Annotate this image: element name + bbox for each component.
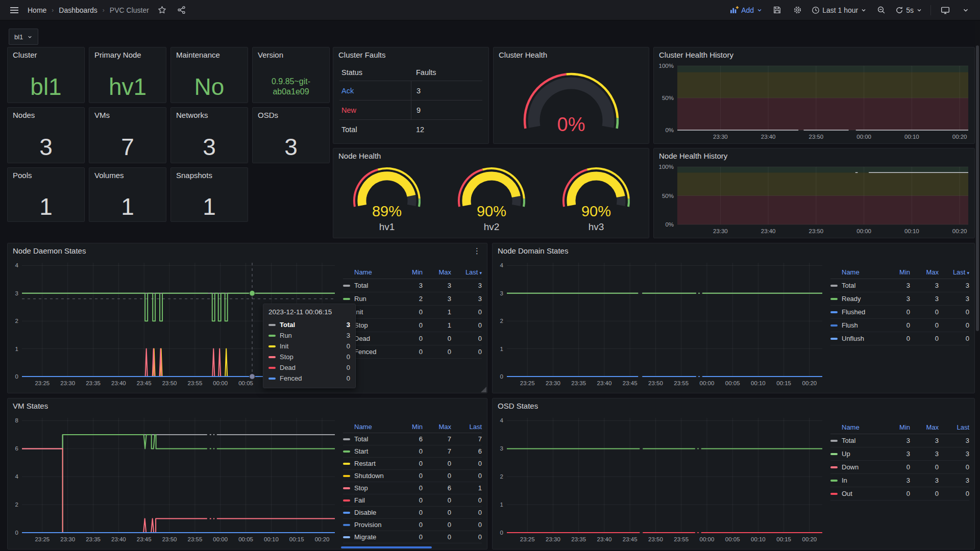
- breadcrumb-dashboards[interactable]: Dashboards: [59, 6, 97, 14]
- legend-row: Run233: [343, 292, 482, 306]
- kiosk-mode-button[interactable]: [939, 4, 951, 16]
- column-header-faults[interactable]: Faults: [411, 68, 482, 77]
- legend-series-shutdown[interactable]: Shutdown: [343, 472, 399, 480]
- panel-title[interactable]: Volumes: [89, 168, 166, 182]
- refresh-picker[interactable]: 5s: [895, 6, 922, 14]
- node-domain-states-chart[interactable]: 0123423:2523:3023:3523:4023:4523:5023:55…: [494, 259, 825, 392]
- legend-header-min[interactable]: Min: [399, 423, 423, 431]
- legend-series-out[interactable]: Out: [830, 490, 887, 497]
- dashboard-settings-button[interactable]: [791, 4, 803, 16]
- legend-header-last[interactable]: Last▾: [939, 268, 969, 276]
- panel-vm-states: VM States 0246823:2523:3023:3523:4023:45…: [7, 398, 487, 549]
- legend-series-swatch: [830, 324, 838, 327]
- stat-value: hv1: [89, 71, 166, 103]
- legend-series-start[interactable]: Start: [343, 447, 399, 455]
- legend-header-max[interactable]: Max: [423, 423, 451, 431]
- cluster-variable-dropdown[interactable]: bl1: [9, 29, 38, 45]
- legend-last-value: 0: [451, 335, 482, 342]
- panel-title[interactable]: VMs: [89, 108, 166, 122]
- legend-series-in[interactable]: In: [830, 477, 887, 484]
- legend-header-name[interactable]: Name: [830, 268, 887, 276]
- legend-min-value: 0: [399, 308, 423, 316]
- legend-header-name[interactable]: Name: [343, 268, 399, 276]
- column-header-status[interactable]: Status: [339, 68, 411, 77]
- legend-series-fail[interactable]: Fail: [343, 496, 399, 504]
- legend-series-label: Total: [354, 435, 368, 443]
- legend-header-max[interactable]: Max: [910, 423, 939, 431]
- share-dashboard-button[interactable]: [176, 4, 188, 16]
- legend-series-disable[interactable]: Disable: [343, 509, 399, 516]
- vm-states-chart[interactable]: 0246823:2523:3023:3523:4023:4523:5023:55…: [9, 414, 338, 548]
- panel-title[interactable]: Networks: [171, 108, 248, 122]
- panel-node-health-history: Node Health History 0%50%100%23:3023:402…: [653, 148, 975, 238]
- stat-value: 1: [89, 191, 166, 221]
- legend-header-name[interactable]: Name: [343, 423, 399, 431]
- node-health-history-chart[interactable]: 0%50%100%23:3023:4023:5000:0000:1000:20: [654, 149, 974, 238]
- zoom-out-time-button[interactable]: [875, 4, 887, 16]
- legend-last-value: 1: [451, 484, 482, 492]
- panel-menu-icon[interactable]: ⋮: [470, 245, 484, 257]
- legend-series-total[interactable]: Total: [343, 282, 399, 289]
- navbar-collapse-button[interactable]: [960, 4, 972, 16]
- legend-series-migrate[interactable]: Migrate: [343, 533, 399, 541]
- panel-node-health: Node Health 89%hv190%hv290%hv3: [333, 148, 649, 238]
- time-range-picker[interactable]: Last 1 hour: [812, 6, 867, 14]
- legend-header-last[interactable]: Last: [451, 423, 482, 431]
- legend-horizontal-scrollbar[interactable]: [341, 546, 432, 548]
- menu-toggle-button[interactable]: [8, 4, 20, 16]
- favorite-star-button[interactable]: [156, 4, 168, 16]
- panel-title[interactable]: Cluster Faults: [333, 47, 488, 62]
- legend-row: Ready333: [830, 292, 969, 306]
- legend-series-flushed[interactable]: Flushed: [830, 308, 887, 316]
- legend-series-run[interactable]: Run: [343, 295, 399, 303]
- legend-series-total[interactable]: Total: [343, 435, 399, 443]
- legend-last-value: 0: [451, 321, 482, 329]
- osd-states-chart[interactable]: 0123423:2523:3023:3523:4023:4523:5023:55…: [494, 414, 825, 548]
- panel-title[interactable]: OSD States: [493, 398, 974, 413]
- breadcrumb-home[interactable]: Home: [28, 6, 46, 14]
- panel-title[interactable]: VM States: [8, 398, 487, 413]
- tooltip-series-name: Stop: [280, 353, 293, 361]
- legend-series-total[interactable]: Total: [830, 437, 887, 444]
- panel-title[interactable]: Version: [253, 47, 329, 62]
- panel-title[interactable]: Nodes: [8, 108, 84, 122]
- panel-title[interactable]: OSDs: [253, 108, 329, 122]
- legend-series-unflush[interactable]: Unflush: [830, 335, 887, 342]
- legend-series-total[interactable]: Total: [830, 282, 887, 289]
- stat-value: bl1: [8, 71, 84, 103]
- legend-header-min[interactable]: Min: [887, 423, 910, 431]
- tooltip-series-swatch: [268, 367, 276, 369]
- legend-series-label: In: [842, 477, 847, 484]
- cluster-health-history-chart[interactable]: 0%50%100%23:3023:4023:5000:0000:1000:20: [654, 48, 974, 143]
- legend-series-flush[interactable]: Flush: [830, 321, 887, 329]
- legend-header-last[interactable]: Last▾: [451, 268, 482, 276]
- panel-resize-handle[interactable]: [481, 387, 486, 392]
- osd-states-legend: NameMinMaxLastTotal333Up333Down000In333O…: [830, 421, 969, 500]
- add-panel-button[interactable]: Add: [730, 6, 763, 14]
- save-dashboard-button[interactable]: [771, 4, 783, 16]
- faults-row: Ack3: [339, 81, 482, 101]
- legend-header-last[interactable]: Last: [939, 423, 969, 431]
- panel-title[interactable]: Cluster: [8, 47, 84, 62]
- page-scrollbar-thumb[interactable]: [976, 45, 979, 331]
- legend-header-max[interactable]: Max: [910, 268, 939, 276]
- legend-header-min[interactable]: Min: [399, 268, 423, 276]
- legend-series-restart[interactable]: Restart: [343, 460, 399, 467]
- legend-series-stop[interactable]: Stop: [343, 484, 399, 492]
- tooltip-series-name: Fenced: [280, 374, 302, 382]
- legend-header-name[interactable]: Name: [830, 423, 887, 431]
- panel-title[interactable]: Node Domain States: [493, 243, 974, 258]
- legend-series-ready[interactable]: Ready: [830, 295, 887, 303]
- legend-series-up[interactable]: Up: [830, 450, 887, 458]
- legend-header-min[interactable]: Min: [887, 268, 910, 276]
- panel-title[interactable]: Node Daemon States: [8, 243, 487, 258]
- panel-title[interactable]: Snapshots: [171, 168, 248, 182]
- legend-series-label: Total: [842, 437, 855, 444]
- legend-series-down[interactable]: Down: [830, 463, 887, 471]
- panel-title[interactable]: Pools: [8, 168, 84, 182]
- legend-header-max[interactable]: Max: [423, 268, 451, 276]
- legend-min-value: 0: [399, 484, 423, 492]
- panel-title[interactable]: Primary Node: [89, 47, 166, 62]
- legend-series-provision[interactable]: Provision: [343, 521, 399, 529]
- panel-title[interactable]: Maintenance: [171, 47, 248, 62]
